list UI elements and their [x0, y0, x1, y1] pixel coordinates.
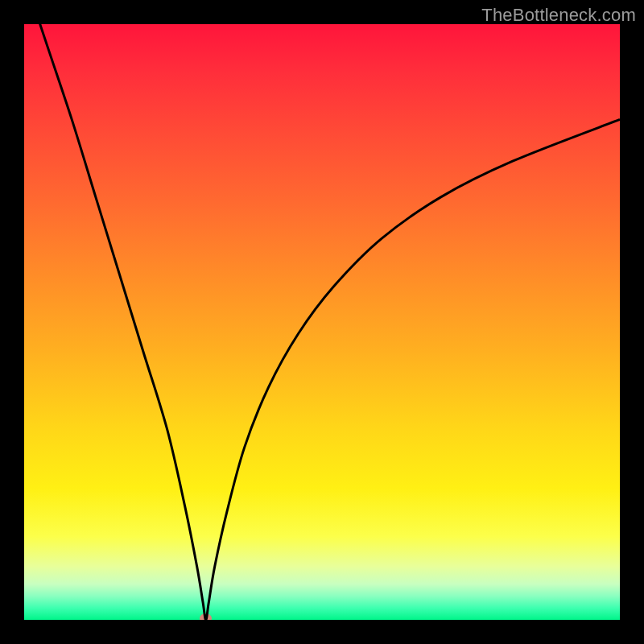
bottleneck-curve — [24, 24, 620, 620]
curve-path — [24, 24, 620, 620]
watermark-text: TheBottleneck.com — [481, 5, 636, 26]
plot-area — [24, 24, 620, 620]
chart-frame: TheBottleneck.com — [0, 0, 644, 644]
